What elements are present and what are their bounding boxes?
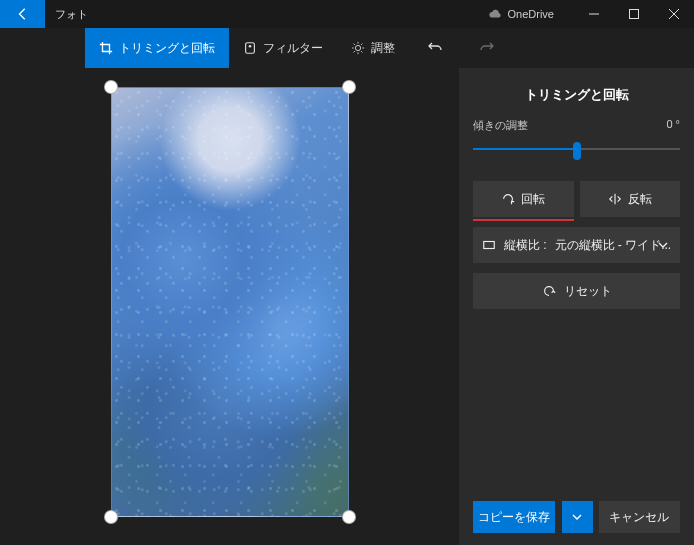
cancel-button[interactable]: キャンセル xyxy=(599,501,681,533)
redo-icon xyxy=(479,40,495,56)
save-copy-button[interactable]: コピーを保存 xyxy=(473,501,555,533)
save-dropdown-button[interactable] xyxy=(561,501,593,533)
slider-thumb[interactable] xyxy=(573,142,581,160)
chevron-down-icon xyxy=(658,240,668,250)
flip-button[interactable]: 反転 xyxy=(580,181,681,217)
button-label: 回転 xyxy=(521,191,545,208)
crop-handle-br[interactable] xyxy=(342,510,356,524)
sidebar-title: トリミングと回転 xyxy=(459,78,694,118)
rotate-icon xyxy=(501,192,515,206)
undo-icon xyxy=(427,40,443,56)
svg-rect-0 xyxy=(630,10,639,19)
brightness-icon xyxy=(351,41,365,55)
back-button[interactable] xyxy=(0,0,45,28)
aspect-value: 元の縦横比 - ワイド... xyxy=(555,237,672,254)
minimize-button[interactable] xyxy=(574,0,614,28)
svg-point-3 xyxy=(355,45,360,50)
edit-toolbar: トリミングと回転 フィルター 調整 xyxy=(0,28,694,68)
aspect-icon xyxy=(482,238,496,252)
reset-icon xyxy=(542,284,556,298)
aspect-ratio-dropdown[interactable]: 縦横比 : 元の縦横比 - ワイド... xyxy=(473,227,680,263)
rotate-button[interactable]: 回転 xyxy=(473,181,574,217)
crop-handle-tr[interactable] xyxy=(342,80,356,94)
sidebar-footer: コピーを保存 キャンセル xyxy=(459,501,694,533)
crop-handle-bl[interactable] xyxy=(104,510,118,524)
titlebar: フォト OneDrive xyxy=(0,0,694,28)
reset-button[interactable]: リセット xyxy=(473,273,680,309)
onedrive-label: OneDrive xyxy=(508,8,554,20)
svg-point-2 xyxy=(249,45,252,48)
redo-button[interactable] xyxy=(461,28,513,68)
tab-crop-rotate[interactable]: トリミングと回転 xyxy=(85,28,229,68)
straighten-slider[interactable] xyxy=(473,139,680,159)
tab-label: フィルター xyxy=(263,40,323,57)
undo-button[interactable] xyxy=(409,28,461,68)
button-label: リセット xyxy=(564,283,612,300)
button-label: 反転 xyxy=(628,191,652,208)
tab-label: 調整 xyxy=(371,40,395,57)
straighten-label: 傾きの調整 xyxy=(473,118,528,133)
cloud-icon xyxy=(488,9,502,19)
close-button[interactable] xyxy=(654,0,694,28)
tab-adjust[interactable]: 調整 xyxy=(337,28,409,68)
straighten-value: 0 ° xyxy=(666,118,680,133)
tab-filter[interactable]: フィルター xyxy=(229,28,337,68)
crop-handle-tl[interactable] xyxy=(104,80,118,94)
tab-label: トリミングと回転 xyxy=(119,40,215,57)
sidebar: トリミングと回転 傾きの調整 0 ° 回転 反転 xyxy=(459,68,694,545)
svg-rect-4 xyxy=(484,242,495,249)
maximize-button[interactable] xyxy=(614,0,654,28)
onedrive-status[interactable]: OneDrive xyxy=(488,8,554,20)
app-title: フォト xyxy=(55,7,88,22)
filter-icon xyxy=(243,41,257,55)
flip-icon xyxy=(608,192,622,206)
svg-rect-1 xyxy=(246,43,255,54)
crop-icon xyxy=(99,41,113,55)
photo-preview xyxy=(111,87,349,517)
aspect-label: 縦横比 : xyxy=(504,237,547,254)
canvas-area[interactable] xyxy=(0,68,459,545)
crop-frame[interactable] xyxy=(111,87,349,517)
chevron-down-icon xyxy=(572,512,582,522)
